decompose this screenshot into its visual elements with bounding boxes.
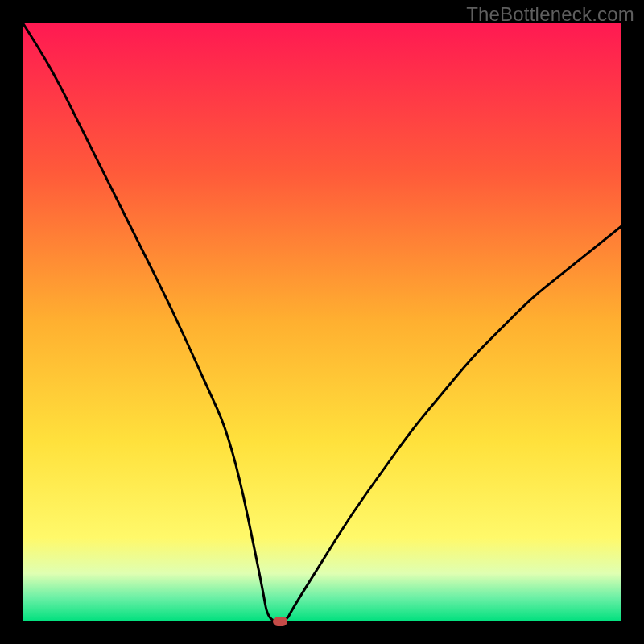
watermark-text: TheBottleneck.com	[466, 3, 634, 26]
gradient-background	[23, 23, 621, 621]
plot-area	[23, 23, 621, 621]
plot-svg	[23, 23, 621, 621]
optimal-marker	[273, 617, 287, 626]
chart-frame: TheBottleneck.com	[0, 0, 644, 644]
